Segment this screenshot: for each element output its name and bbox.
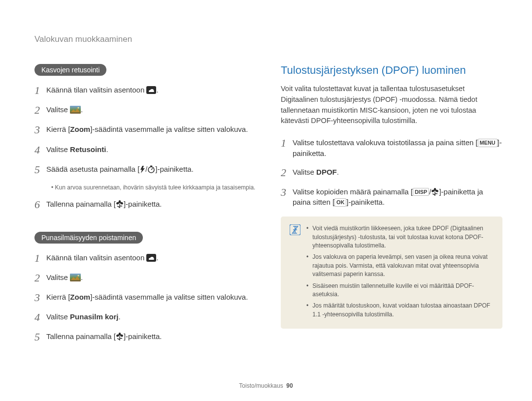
step-number: 1 xyxy=(34,252,46,264)
page-number: 90 xyxy=(286,382,293,389)
macro-flower-icon xyxy=(116,200,124,208)
retouch-thumbnail-icon xyxy=(70,106,81,114)
step-text: Tallenna painamalla []-painiketta. xyxy=(46,199,162,210)
content-columns: Kasvojen retusointi 1 Käännä tilan valit… xyxy=(34,64,502,351)
pill-face-retouch: Kasvojen retusointi xyxy=(34,64,106,76)
step-number: 5 xyxy=(34,331,46,343)
step: 5 Tallenna painamalla []-painiketta. xyxy=(34,331,256,343)
step: 5 Säädä asetusta painamalla [/]-painiket… xyxy=(34,164,256,176)
footer-label: Toisto/muokkaus xyxy=(239,382,283,389)
step: 4 Valitse Punasilm korj. xyxy=(34,311,256,323)
step-text: Valitse . xyxy=(46,104,83,115)
camera-mode-icon xyxy=(146,254,156,262)
pill-redeye-removal: Punasilmäisyyden poistaminen xyxy=(34,232,143,244)
step-number: 3 xyxy=(34,124,46,136)
step-text: Säädä asetusta painamalla [/]-painiketta… xyxy=(46,164,194,175)
info-icon xyxy=(290,224,300,322)
disp-button-label: DISP xyxy=(413,188,429,196)
step-number: 2 xyxy=(34,272,46,284)
menu-button-label: MENU xyxy=(478,139,498,147)
step-number: 3 xyxy=(34,292,46,304)
step-text: Valitse . xyxy=(46,272,83,283)
step-text: Kierrä [Zoom]-säädintä vasemmalle ja val… xyxy=(46,124,248,135)
info-item: Voit viedä muistikortin liikkeeseen, jok… xyxy=(306,224,494,250)
step-number: 4 xyxy=(34,311,46,323)
step-number: 2 xyxy=(281,167,293,179)
step-text: Valitse DPOF. xyxy=(293,167,339,178)
retouch-thumbnail-icon xyxy=(70,274,81,281)
steps-face-retouch: 1 Käännä tilan valitsin asentoon . 2 Val… xyxy=(34,85,256,176)
step: 1 Valitse tulostettava valokuva toistoti… xyxy=(281,137,502,159)
step-number: 4 xyxy=(34,144,46,156)
step-note: Kun arvoa suurennetaan, ihovärin sävyist… xyxy=(51,184,256,192)
step: 2 Valitse DPOF. xyxy=(281,167,502,179)
info-item: Jos määrität tulostuskoon, kuvat voidaan… xyxy=(306,302,494,319)
step: 3 Kierrä [Zoom]-säädintä vasemmalle ja v… xyxy=(34,292,256,304)
camera-mode-icon xyxy=(146,86,156,94)
step-text: Kierrä [Zoom]-säädintä vasemmalle ja val… xyxy=(46,292,248,303)
info-list: Voit viedä muistikortin liikkeeseen, jok… xyxy=(306,224,494,322)
steps-face-retouch-cont: 6 Tallenna painamalla []-painiketta. xyxy=(34,199,256,211)
info-item: Sisäiseen muistiin tallennetuille kuvill… xyxy=(306,282,494,299)
info-item: Jos valokuva on paperia leveämpi, sen va… xyxy=(306,253,494,278)
step-number: 1 xyxy=(281,137,293,149)
info-callout: Voit viedä muistikortin liikkeeseen, jok… xyxy=(281,216,502,329)
step-text: Käännä tilan valitsin asentoon . xyxy=(46,252,159,263)
step-number: 5 xyxy=(34,164,46,176)
ok-button-label: OK xyxy=(334,198,346,207)
step-text: Valitse Retusointi. xyxy=(46,144,108,155)
macro-flower-icon xyxy=(431,188,439,196)
step: 3 Valitse kopioiden määrä painamalla [DI… xyxy=(281,186,502,208)
step-number: 2 xyxy=(34,104,46,116)
steps-redeye: 1 Käännä tilan valitsin asentoon . 2 Val… xyxy=(34,252,256,343)
left-column: Kasvojen retusointi 1 Käännä tilan valit… xyxy=(34,64,256,351)
page-footer: Toisto/muokkaus 90 xyxy=(0,382,532,389)
step: 1 Käännä tilan valitsin asentoon . xyxy=(34,252,256,264)
right-column: Tulostusjärjestyksen (DPOF) luominen Voi… xyxy=(281,64,502,351)
macro-flower-icon xyxy=(116,333,124,340)
step-number: 6 xyxy=(34,199,46,211)
flash-icon xyxy=(139,166,145,173)
page-header: Valokuvan muokkaaminen xyxy=(34,34,502,44)
step-number: 1 xyxy=(34,85,46,96)
dpof-intro: Voit valita tulostettavat kuvat ja talle… xyxy=(281,84,502,126)
step-number: 3 xyxy=(281,186,293,198)
step: 6 Tallenna painamalla []-painiketta. xyxy=(34,199,256,211)
step-text: Valitse tulostettava valokuva toistotila… xyxy=(293,137,502,159)
step-text: Valitse Punasilm korj. xyxy=(46,311,121,322)
step-text: Tallenna painamalla []-painiketta. xyxy=(46,331,162,342)
step: 3 Kierrä [Zoom]-säädintä vasemmalle ja v… xyxy=(34,124,256,136)
steps-dpof: 1 Valitse tulostettava valokuva toistoti… xyxy=(281,137,502,208)
step: 4 Valitse Retusointi. xyxy=(34,144,256,156)
timer-icon xyxy=(147,165,155,173)
step-text: Käännä tilan valitsin asentoon . xyxy=(46,85,159,95)
step: 2 Valitse . xyxy=(34,104,256,116)
section-title-dpof: Tulostusjärjestyksen (DPOF) luominen xyxy=(281,64,502,77)
step: 2 Valitse . xyxy=(34,272,256,284)
step-text: Valitse kopioiden määrä painamalla [DISP… xyxy=(293,186,502,208)
step: 1 Käännä tilan valitsin asentoon . xyxy=(34,85,256,96)
